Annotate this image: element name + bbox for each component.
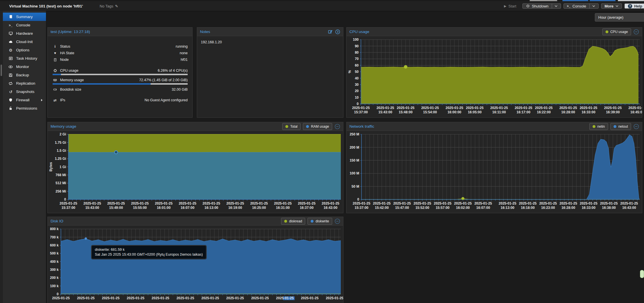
sidebar-item-replication[interactable]: Replication [3, 79, 46, 88]
svg-text:16:07:00: 16:07:00 [181, 206, 195, 210]
no-tags-label: No Tags [100, 4, 113, 8]
sidebar-item-snapshots[interactable]: ↺ Snapshots [3, 88, 46, 96]
more-button[interactable]: More [601, 3, 622, 9]
svg-text:2025-01-25: 2025-01-25 [52, 296, 70, 300]
svg-text:16:18:00: 16:18:00 [521, 206, 535, 210]
help-button[interactable]: ? Help [624, 3, 644, 9]
legend-dot [593, 125, 595, 128]
svg-text:15:54:00: 15:54:00 [423, 110, 437, 114]
legend-diskread[interactable]: diskread [281, 218, 305, 225]
svg-text:15:43:00: 15:43:00 [85, 206, 99, 210]
sidebar-item-monitor[interactable]: Monitor [3, 63, 46, 71]
sidebar-item-firewall[interactable]: Firewall [3, 96, 46, 104]
sidebar-item-hardware[interactable]: Hardware [3, 29, 46, 38]
sidebar-item-summary[interactable]: Summary [3, 13, 46, 21]
svg-text:70: 70 [355, 57, 359, 61]
network-traffic-chart[interactable]: 250 M200 M150 M100 M50 M02025-01-2515:37… [347, 131, 642, 213]
svg-text:2 Gi: 2 Gi [59, 132, 66, 136]
start-button[interactable]: ▶ Start [501, 3, 520, 9]
sidebar-item-console[interactable]: >_ Console [3, 21, 46, 29]
svg-text:0: 0 [357, 197, 359, 201]
legend-diskwrite[interactable]: diskwrite [307, 218, 332, 225]
cpu-panel-body: 10090807060504030201002025-01-2515:37:00… [347, 36, 642, 117]
svg-text:2025-01-25: 2025-01-25 [559, 106, 577, 110]
status-row: i Statusrunning [53, 44, 188, 49]
edit-notes-icon[interactable] [328, 29, 333, 34]
chevron-down-icon[interactable] [592, 5, 595, 7]
legend-total[interactable]: Total [282, 123, 301, 130]
svg-text:2025-01-25: 2025-01-25 [490, 106, 508, 110]
chevron-down-icon[interactable] [555, 5, 558, 7]
tooltip-value: diskwrite: 681.59 k [95, 247, 203, 252]
collapse-panel-icon[interactable] [633, 124, 639, 129]
svg-text:40: 40 [355, 76, 359, 80]
svg-text:15:48:00: 15:48:00 [399, 110, 413, 114]
legend-netin[interactable]: netin [589, 123, 608, 130]
svg-text:2025-01-25: 2025-01-25 [560, 201, 577, 205]
timeframe-select[interactable]: Hour (average) [595, 13, 644, 22]
tags-area[interactable]: No Tags ✎ [100, 4, 118, 8]
svg-text:2025-01-25: 2025-01-25 [226, 201, 244, 205]
sidebar-item-label: Snapshots [16, 90, 34, 94]
scroll-indicator[interactable] [640, 270, 644, 278]
sidebar-item-label: Permissions [16, 106, 37, 110]
cpu-panel-header: CPU usage CPU usage [347, 28, 642, 36]
shutdown-button[interactable]: Shutdown [522, 3, 561, 9]
sidebar-item-task-history[interactable]: Task History [3, 54, 46, 63]
collapse-panel-icon[interactable] [633, 29, 639, 35]
top-bar: Virtual Machine 101 (test) on node 'hf01… [0, 1, 644, 11]
notes-panel-body[interactable]: 192.168.1.20 [197, 36, 343, 117]
sidebar-item-label: Hardware [16, 31, 33, 36]
eye-icon [8, 65, 13, 69]
svg-text:2025-01-25: 2025-01-25 [59, 201, 77, 205]
sidebar-item-backup[interactable]: Backup [3, 71, 46, 79]
cpu-chip-icon [53, 69, 57, 73]
svg-text:2025-01-25: 2025-01-25 [298, 201, 316, 205]
legend-cpu-usage[interactable]: CPU usage [602, 28, 631, 35]
svg-text:100 M: 100 M [350, 171, 359, 175]
svg-text:30: 30 [355, 83, 359, 87]
svg-text:10: 10 [355, 96, 359, 100]
button-divider [589, 4, 590, 8]
cpu-usage-chart[interactable]: 10090807060504030201002025-01-2515:37:00… [347, 36, 642, 117]
cpu-usage-panel: CPU usage CPU usage 10090807060504030201… [346, 27, 642, 118]
memory-usage-chart[interactable]: 2 Gi1.75 Gi1.5 Gi1.25 Gi1 Gi768 Mi512 Mi… [48, 131, 343, 213]
svg-text:16:19:00: 16:19:00 [228, 206, 242, 210]
legend-ram-usage[interactable]: RAM usage [303, 123, 332, 130]
svg-text:2025-01-25: 2025-01-25 [474, 201, 492, 205]
sidebar-item-label: Task History [16, 56, 37, 61]
collapse-panel-icon[interactable] [335, 124, 340, 129]
svg-text:200 k: 200 k [50, 276, 59, 280]
memory-panel-title: Memory usage [51, 124, 76, 129]
power-icon [526, 4, 530, 8]
svg-text:0: 0 [357, 102, 359, 106]
collapse-panel-icon[interactable] [335, 218, 340, 224]
svg-text:2025-01-25: 2025-01-25 [352, 106, 370, 110]
cpu-panel-title: CPU usage [349, 30, 369, 34]
svg-text:15:47:00: 15:47:00 [395, 206, 409, 210]
svg-text:60: 60 [355, 63, 359, 67]
scrollbar-thumb[interactable] [1, 65, 2, 76]
svg-text:2025-01-25: 2025-01-25 [539, 201, 557, 205]
svg-text:2025-01-25: 2025-01-25 [131, 201, 149, 205]
svg-text:700 k: 700 k [50, 235, 59, 239]
console-button[interactable]: >_ Console [564, 3, 599, 9]
network-panel-title: Network traffic [349, 124, 374, 129]
expand-notes-icon[interactable] [335, 29, 340, 34]
disk-io-chart[interactable]: 800 k700 k600 k500 k400 k300 k200 k100 k… [48, 226, 343, 303]
legend-netout[interactable]: netout [610, 123, 631, 130]
sidebar-item-cloud-init[interactable]: Cloud-Init [3, 38, 46, 46]
svg-text:50 M: 50 M [351, 184, 359, 189]
sidebar-item-label: Replication [16, 81, 35, 86]
svg-text:2025-01-25: 2025-01-25 [201, 296, 219, 300]
svg-text:2025-01-25: 2025-01-25 [226, 296, 244, 300]
sidebar-item-permissions[interactable]: Permissions [3, 104, 46, 112]
sidebar-item-label: Summary [16, 15, 33, 19]
play-icon: ▶ [504, 4, 506, 8]
svg-text:15:43:00: 15:43:00 [378, 110, 392, 114]
sidebar-item-options[interactable]: ⚙ Options [3, 46, 46, 54]
svg-text:16:38:00: 16:38:00 [602, 206, 616, 210]
submenu-caret-icon [41, 99, 43, 101]
svg-text:2025-01-25: 2025-01-25 [203, 201, 220, 205]
edit-tags-pencil-icon[interactable]: ✎ [115, 4, 118, 8]
